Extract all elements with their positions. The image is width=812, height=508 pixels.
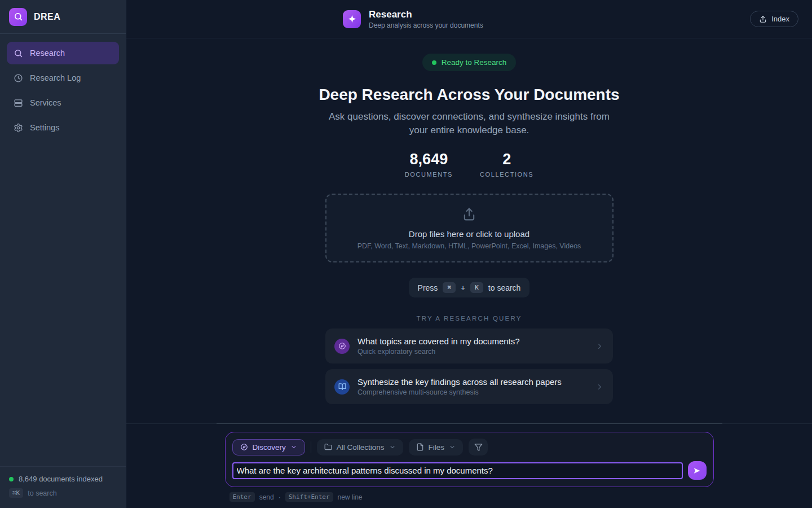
- newline-hint-label: new line: [338, 493, 363, 501]
- server-icon: [14, 98, 23, 108]
- search-hint-prefix: Press: [418, 283, 438, 292]
- app-logo: [9, 8, 27, 26]
- chevron-down-icon: [389, 444, 396, 450]
- send-button[interactable]: [688, 461, 707, 480]
- file-dropzone[interactable]: Drop files here or click to upload PDF, …: [325, 194, 614, 262]
- files-dropdown-label: Files: [429, 443, 445, 452]
- sidebar-spacer: [0, 147, 126, 466]
- search-hint-plus: +: [461, 283, 465, 292]
- indexed-status-text: 8,649 documents indexed: [19, 475, 103, 483]
- logo-row: DREA: [0, 0, 126, 34]
- send-icon: [692, 466, 701, 475]
- stat-collections: 2 COLLECTIONS: [480, 151, 533, 178]
- chevron-right-icon: [595, 383, 604, 391]
- query-subtitle: Quick exploratory search: [358, 348, 588, 356]
- status-badge-label: Ready to Research: [442, 58, 507, 67]
- sidebar-item-services[interactable]: Services: [7, 91, 119, 114]
- app-window: DREA Research Research Log Services: [0, 0, 812, 508]
- sidebar-item-settings[interactable]: Settings: [7, 116, 119, 139]
- search-hint-suffix: to search: [488, 283, 521, 292]
- stat-label: DOCUMENTS: [405, 171, 453, 178]
- page-header: Research Deep analysis across your docum…: [126, 0, 812, 38]
- header-left: Research Deep analysis across your docum…: [343, 9, 483, 29]
- page-subtitle: Deep analysis across your documents: [369, 21, 483, 29]
- index-button[interactable]: Index: [750, 11, 798, 27]
- status-dot-icon: [432, 60, 436, 65]
- query-text: What topics are covered in my documents?…: [358, 336, 588, 356]
- stat-value: 8,649: [410, 151, 448, 168]
- page-title: Research: [369, 9, 483, 20]
- composer-toolbar: Discovery All Collections: [232, 439, 707, 456]
- file-icon: [416, 443, 424, 451]
- query-title: What topics are covered in my documents?: [358, 336, 588, 346]
- enter-kbd: Enter: [230, 492, 255, 502]
- status-badge: Ready to Research: [422, 54, 517, 71]
- stat-value: 2: [502, 151, 511, 168]
- indexed-status: 8,649 documents indexed: [9, 475, 117, 483]
- collections-dropdown-label: All Collections: [337, 443, 385, 452]
- hint-separator: ·: [279, 493, 281, 501]
- query-suggestion-topics[interactable]: What topics are covered in my documents?…: [325, 329, 613, 364]
- mode-dropdown[interactable]: Discovery: [232, 439, 305, 456]
- mode-dropdown-label: Discovery: [253, 443, 286, 452]
- folder-icon: [324, 443, 332, 451]
- chevron-down-icon: [290, 444, 297, 450]
- composer-input-row: [232, 461, 707, 480]
- sidebar-item-research-log[interactable]: Research Log: [7, 67, 119, 89]
- composer-hints: Enter send · Shift+Enter new line: [225, 492, 714, 502]
- upload-icon: [461, 207, 477, 222]
- main-area: Research Deep analysis across your docum…: [126, 0, 812, 508]
- sidebar-item-label: Research: [30, 49, 65, 58]
- shortcut-label: to search: [28, 489, 56, 497]
- sidebar-item-label: Services: [30, 98, 61, 107]
- index-button-label: Index: [771, 15, 789, 23]
- dropzone-formats: PDF, Word, Text, Markdown, HTML, PowerPo…: [358, 242, 581, 250]
- stat-label: COLLECTIONS: [480, 171, 533, 178]
- composer-section: Discovery All Collections: [126, 423, 812, 508]
- shift-enter-kbd: Shift+Enter: [285, 492, 333, 502]
- status-dot-icon: [9, 477, 14, 481]
- query-suggestion-synthesize[interactable]: Synthesize the key findings across all r…: [325, 369, 613, 404]
- app-name: DREA: [34, 12, 60, 22]
- dropzone-title: Drop files here or click to upload: [409, 229, 529, 239]
- hero-title: Deep Research Across Your Documents: [319, 86, 619, 104]
- command-k-kbd: ⌘K: [9, 488, 23, 498]
- search-icon: [14, 49, 23, 58]
- research-query-input[interactable]: [232, 462, 683, 479]
- sidebar-item-label: Research Log: [30, 73, 81, 82]
- enter-hint-label: send: [259, 493, 274, 501]
- sidebar-nav: Research Research Log Services Settings: [0, 34, 126, 147]
- clock-icon: [14, 73, 23, 83]
- chevron-down-icon: [449, 444, 456, 450]
- chevron-right-icon: [595, 342, 604, 351]
- book-open-icon: [334, 379, 350, 395]
- filter-button[interactable]: [469, 439, 488, 456]
- files-dropdown[interactable]: Files: [409, 439, 464, 456]
- sidebar-item-label: Settings: [30, 123, 59, 132]
- sidebar-item-research[interactable]: Research: [7, 42, 119, 64]
- search-hint-pill: Press ⌘ + K to search: [409, 278, 530, 297]
- sidebar: DREA Research Research Log Services: [0, 0, 126, 508]
- query-subtitle: Comprehensive multi-source synthesis: [358, 388, 588, 396]
- collections-dropdown[interactable]: All Collections: [317, 439, 403, 456]
- search-icon: [14, 12, 23, 21]
- stats-row: 8,649 DOCUMENTS 2 COLLECTIONS: [405, 151, 534, 178]
- hero-content: Ready to Research Deep Research Across Y…: [126, 38, 812, 423]
- header-titles: Research Deep analysis across your docum…: [369, 9, 483, 29]
- compass-icon: [240, 443, 248, 451]
- upload-icon: [759, 15, 767, 23]
- composer-panel: Discovery All Collections: [225, 432, 714, 487]
- compass-icon: [334, 339, 350, 354]
- gear-icon: [14, 123, 23, 133]
- filter-icon: [474, 443, 483, 452]
- k-key-kbd: K: [470, 282, 483, 293]
- hero-subtitle: Ask questions, discover connections, and…: [323, 110, 616, 137]
- toolbar-divider: [311, 441, 311, 453]
- sidebar-footer: 8,649 documents indexed ⌘K to search: [0, 466, 126, 508]
- queries-section-label: TRY A RESEARCH QUERY: [416, 315, 522, 322]
- query-title: Synthesize the key findings across all r…: [358, 377, 588, 387]
- stat-documents: 8,649 DOCUMENTS: [405, 151, 453, 178]
- sparkle-icon: [343, 10, 361, 28]
- command-key-kbd: ⌘: [443, 282, 456, 293]
- search-shortcut: ⌘K to search: [9, 488, 117, 498]
